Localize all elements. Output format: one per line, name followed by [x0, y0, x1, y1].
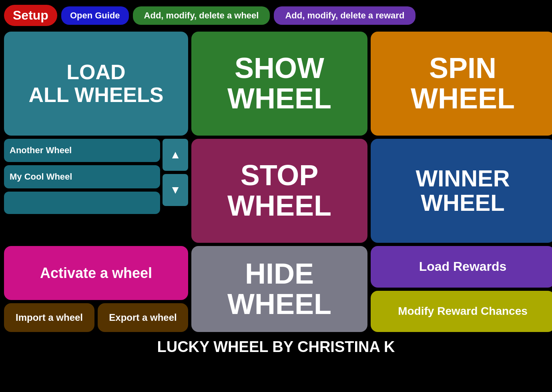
spin-wheel-button[interactable]: SPIN WHEEL	[371, 32, 552, 136]
add-modify-delete-reward-button[interactable]: Add, modify, delete a reward	[274, 6, 416, 25]
footer-label: LUCKY WHEEL BY CHRISTINA K	[157, 338, 395, 355]
activate-wheel-button[interactable]: Activate a wheel	[4, 246, 188, 300]
load-all-wheels-label-line1: LOAD	[28, 61, 163, 84]
top-bar: Setup Open Guide Add, modify, delete a w…	[0, 0, 552, 30]
open-guide-button[interactable]: Open Guide	[61, 6, 129, 25]
stop-wheel-label-line1: STOP	[227, 160, 331, 191]
load-rewards-button[interactable]: Load Rewards	[371, 246, 552, 288]
hide-wheel-label-line1: HIDE	[227, 259, 331, 289]
wheel-list-item-another[interactable]: Another Wheel	[4, 139, 160, 162]
import-wheel-button[interactable]: Import a wheel	[4, 303, 94, 332]
winner-wheel-label-line2: WHEEL	[416, 191, 510, 215]
wheels-list-area: Another Wheel My Cool Wheel ▲ ▼	[4, 139, 188, 243]
col1-row3-area: Activate a wheel Import a wheel Export a…	[4, 246, 188, 332]
hide-wheel-button[interactable]: HIDE WHEEL	[191, 246, 367, 332]
load-all-wheels-label-line2: ALL WHEELS	[28, 84, 163, 106]
arrow-down-button[interactable]: ▼	[163, 174, 188, 206]
arrow-up-button[interactable]: ▲	[163, 139, 188, 171]
wheel-list-item-empty[interactable]	[4, 192, 160, 214]
export-wheel-button[interactable]: Export a wheel	[98, 303, 188, 332]
modify-reward-chances-button[interactable]: Modify Reward Chances	[371, 291, 552, 332]
winner-wheel-label-line1: WINNER	[416, 166, 510, 191]
show-wheel-label-line1: SHOW	[227, 53, 331, 84]
spin-wheel-label-line2: WHEEL	[411, 84, 515, 114]
stop-wheel-button[interactable]: STOP WHEEL	[191, 139, 367, 243]
show-wheel-label-line2: WHEEL	[227, 84, 331, 114]
wheel-list-item-mycool[interactable]: My Cool Wheel	[4, 165, 160, 188]
activate-wheel-label: Activate a wheel	[40, 265, 152, 282]
stop-wheel-label-line2: WHEEL	[227, 191, 331, 221]
add-modify-delete-wheel-button[interactable]: Add, modify, delete a wheel	[133, 6, 270, 25]
hide-wheel-label-line2: WHEEL	[227, 289, 331, 320]
import-export-row: Import a wheel Export a wheel	[4, 303, 188, 332]
load-all-wheels-button[interactable]: LOAD ALL WHEELS	[4, 32, 188, 136]
winner-wheel-button[interactable]: WINNER WHEEL	[371, 139, 552, 243]
spin-wheel-label-line1: SPIN	[411, 53, 515, 84]
rewards-buttons-area: Load Rewards Modify Reward Chances	[371, 246, 552, 332]
footer: LUCKY WHEEL BY CHRISTINA K	[0, 334, 552, 358]
show-wheel-button[interactable]: SHOW WHEEL	[191, 32, 367, 136]
main-grid: LOAD ALL WHEELS SHOW WHEEL SPIN WHEEL An…	[0, 30, 552, 334]
arrow-buttons: ▲ ▼	[163, 139, 188, 243]
wheels-list: Another Wheel My Cool Wheel	[4, 139, 160, 243]
setup-button[interactable]: Setup	[4, 5, 57, 26]
